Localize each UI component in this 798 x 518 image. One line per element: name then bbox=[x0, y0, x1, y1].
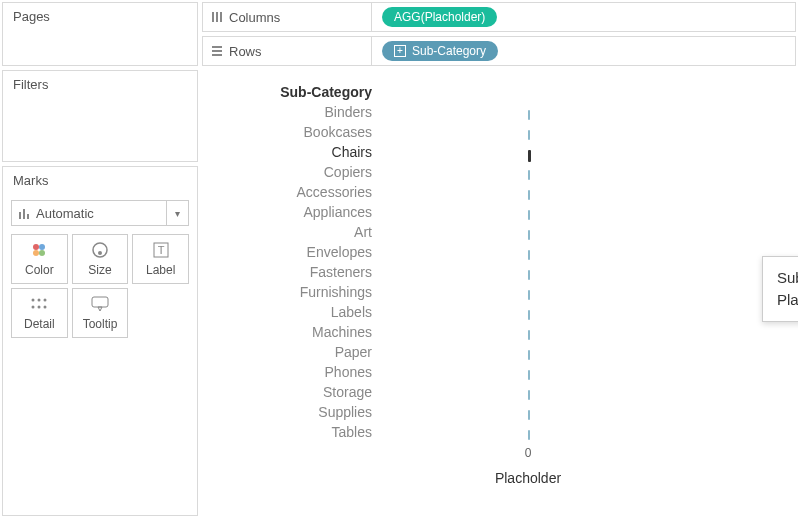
columns-shelf[interactable]: Columns AGG(Placholder) bbox=[202, 2, 796, 32]
tooltip-icon bbox=[91, 295, 109, 313]
x-axis-tick: 0 bbox=[525, 446, 532, 460]
bar-chart-icon bbox=[18, 206, 32, 220]
filters-shelf-title: Filters bbox=[3, 71, 197, 98]
svg-point-13 bbox=[44, 299, 47, 302]
svg-rect-18 bbox=[212, 12, 214, 22]
marks-size-button[interactable]: Size bbox=[72, 234, 129, 284]
bar-mark[interactable] bbox=[528, 430, 530, 440]
svg-rect-0 bbox=[19, 212, 21, 219]
bar-mark[interactable] bbox=[528, 350, 530, 360]
svg-point-5 bbox=[33, 250, 39, 256]
svg-rect-23 bbox=[212, 54, 222, 56]
marks-card-title: Marks bbox=[3, 167, 197, 194]
columns-shelf-label: Columns bbox=[229, 10, 280, 25]
x-axis-label: Placholder bbox=[495, 470, 561, 486]
tooltip-key-1: Sub-Category: bbox=[777, 267, 798, 289]
y-axis-header: Sub-Category bbox=[212, 84, 372, 100]
y-axis-item: Fasteners bbox=[212, 262, 372, 282]
svg-rect-22 bbox=[212, 50, 222, 52]
mark-type-caret[interactable]: ▾ bbox=[166, 201, 188, 225]
y-axis-item: Binders bbox=[212, 102, 372, 122]
y-axis-item: Chairs bbox=[212, 142, 372, 162]
bar-mark[interactable] bbox=[528, 290, 530, 300]
y-axis-item: Appliances bbox=[212, 202, 372, 222]
marks-tooltip-button[interactable]: Tooltip bbox=[72, 288, 129, 338]
filters-shelf[interactable]: Filters bbox=[2, 70, 198, 162]
y-axis-item: Bookcases bbox=[212, 122, 372, 142]
marks-color-button[interactable]: Color bbox=[11, 234, 68, 284]
visualization-area[interactable]: Sub-Category BindersBookcasesChairsCopie… bbox=[202, 70, 796, 516]
bar-mark[interactable] bbox=[528, 270, 530, 280]
bar-mark[interactable] bbox=[528, 110, 530, 120]
y-axis-item: Phones bbox=[212, 362, 372, 382]
marks-card: Marks Automatic ▾ bbox=[2, 166, 198, 516]
y-axis-item: Tables bbox=[212, 422, 372, 442]
svg-text:T: T bbox=[157, 244, 164, 256]
y-axis-item: Machines bbox=[212, 322, 372, 342]
y-axis-item: Paper bbox=[212, 342, 372, 362]
label-icon: T bbox=[153, 241, 169, 259]
y-axis-item: Furnishings bbox=[212, 282, 372, 302]
bar-mark[interactable] bbox=[528, 230, 530, 240]
svg-point-8 bbox=[98, 251, 102, 255]
svg-point-6 bbox=[39, 250, 45, 256]
svg-rect-2 bbox=[27, 214, 29, 219]
bar-mark[interactable] bbox=[528, 150, 531, 162]
svg-rect-21 bbox=[212, 46, 222, 48]
svg-rect-1 bbox=[23, 209, 25, 219]
bar-mark[interactable] bbox=[528, 390, 530, 400]
size-icon bbox=[91, 241, 109, 259]
pages-shelf-title: Pages bbox=[3, 3, 197, 30]
detail-icon bbox=[30, 295, 48, 313]
pages-shelf[interactable]: Pages bbox=[2, 2, 198, 66]
bar-mark[interactable] bbox=[528, 190, 530, 200]
rows-shelf-label: Rows bbox=[229, 44, 262, 59]
y-axis-item: Copiers bbox=[212, 162, 372, 182]
mark-type-dropdown[interactable]: Automatic ▾ bbox=[11, 200, 189, 226]
y-axis-item: Labels bbox=[212, 302, 372, 322]
svg-point-12 bbox=[38, 299, 41, 302]
svg-point-15 bbox=[38, 306, 41, 309]
bar-mark[interactable] bbox=[528, 330, 530, 340]
bar-mark[interactable] bbox=[528, 170, 530, 180]
svg-point-11 bbox=[32, 299, 35, 302]
plot-area[interactable]: 0 Placholder bbox=[378, 84, 786, 442]
marks-label-button[interactable]: T Label bbox=[132, 234, 189, 284]
svg-rect-19 bbox=[216, 12, 218, 22]
rows-pill-sub-category[interactable]: + Sub-Category bbox=[382, 41, 498, 61]
y-axis-labels: Sub-Category BindersBookcasesChairsCopie… bbox=[212, 84, 378, 442]
bar-mark[interactable] bbox=[528, 370, 530, 380]
mark-type-label: Automatic bbox=[36, 206, 94, 221]
bar-mark[interactable] bbox=[528, 250, 530, 260]
y-axis-item: Storage bbox=[212, 382, 372, 402]
columns-icon bbox=[211, 11, 223, 23]
svg-point-14 bbox=[32, 306, 35, 309]
tooltip-key-2: Placholder: bbox=[777, 289, 798, 311]
bar-mark[interactable] bbox=[528, 130, 530, 140]
color-icon bbox=[31, 241, 47, 259]
y-axis-item: Envelopes bbox=[212, 242, 372, 262]
tooltip: Sub-Category: Chairs Placholder: 0 bbox=[762, 256, 798, 322]
columns-pill-agg-placholder[interactable]: AGG(Placholder) bbox=[382, 7, 497, 27]
svg-point-16 bbox=[44, 306, 47, 309]
svg-point-3 bbox=[33, 244, 39, 250]
svg-point-4 bbox=[39, 244, 45, 250]
rows-icon bbox=[211, 45, 223, 57]
expand-icon[interactable]: + bbox=[394, 45, 406, 57]
marks-detail-button[interactable]: Detail bbox=[11, 288, 68, 338]
rows-shelf[interactable]: Rows + Sub-Category bbox=[202, 36, 796, 66]
y-axis-item: Art bbox=[212, 222, 372, 242]
bar-mark[interactable] bbox=[528, 210, 530, 220]
bar-mark[interactable] bbox=[528, 310, 530, 320]
svg-rect-17 bbox=[92, 297, 108, 307]
y-axis-item: Supplies bbox=[212, 402, 372, 422]
bar-mark[interactable] bbox=[528, 410, 530, 420]
svg-rect-20 bbox=[220, 12, 222, 22]
y-axis-item: Accessories bbox=[212, 182, 372, 202]
